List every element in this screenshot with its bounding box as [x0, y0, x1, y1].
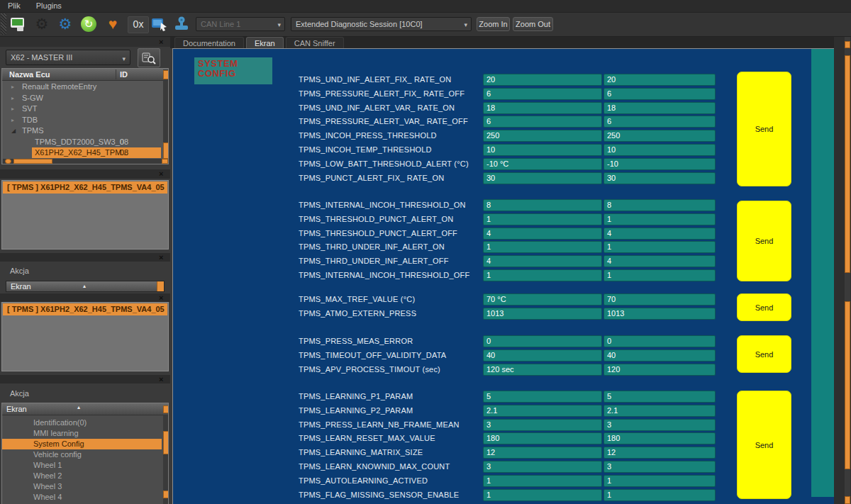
param-raw-input[interactable]: 4: [604, 228, 716, 240]
param-raw-input[interactable]: 1: [604, 241, 716, 253]
param-value-input[interactable]: 5: [483, 391, 602, 403]
scroll-thumb[interactable]: [13, 159, 52, 164]
scroll-up-button[interactable]: [845, 41, 850, 48]
refresh-icon[interactable]: ↻: [79, 15, 98, 33]
tab-can-sniffer[interactable]: CAN Sniffer: [286, 37, 344, 48]
screen-list-item[interactable]: Wheel 4: [2, 492, 162, 503]
toolbar-drag-handle[interactable]: [1, 13, 6, 35]
param-raw-input[interactable]: 12: [604, 447, 716, 459]
close-icon[interactable]: ×: [159, 294, 163, 302]
tree-column-name[interactable]: Nazwa Ecu: [9, 69, 50, 80]
param-value-input[interactable]: 1: [483, 489, 602, 501]
zoom-in-button[interactable]: Zoom In: [477, 17, 510, 31]
param-raw-input[interactable]: 6: [604, 88, 716, 100]
combo-scroll-cap[interactable]: [157, 281, 164, 291]
param-raw-input[interactable]: 10: [604, 144, 716, 156]
scroll-corner[interactable]: [162, 159, 168, 164]
send-button[interactable]: Send: [737, 391, 791, 499]
param-value-input[interactable]: 6: [483, 116, 602, 128]
param-raw-input[interactable]: 1013: [604, 308, 716, 320]
screen-list-item[interactable]: Identification(0): [2, 418, 162, 428]
tree-collapsed-icon[interactable]: ▸: [11, 103, 14, 114]
param-raw-input[interactable]: 1: [604, 213, 716, 225]
can-line-dropdown[interactable]: CAN Line 1▾: [196, 17, 285, 31]
param-raw-input[interactable]: 40: [604, 349, 716, 362]
scroll-thumb[interactable]: [163, 431, 169, 454]
screen-list-item[interactable]: MMI learning: [2, 428, 162, 439]
menu-plik[interactable]: Plik: [0, 0, 28, 12]
param-value-input[interactable]: 2.1: [483, 405, 602, 417]
tree-collapsed-icon[interactable]: ▸: [11, 93, 14, 103]
param-value-input[interactable]: 12: [483, 447, 602, 459]
scroll-left-button[interactable]: [5, 159, 11, 164]
open-ecu-item[interactable]: [ TPMS ] X61PH2_X62_H45_TPMS_VA4_05: [3, 181, 167, 194]
scroll-up-button[interactable]: [163, 405, 169, 413]
param-raw-input[interactable]: 70: [604, 293, 716, 306]
open-ecu-item[interactable]: [ TPMS ] X61PH2_X62_H45_TPMS_VA4_05: [3, 303, 167, 315]
scroll-thumb[interactable]: [845, 55, 850, 273]
settings-gear-icon[interactable]: ⚙: [56, 15, 74, 33]
param-raw-input[interactable]: 250: [604, 130, 716, 142]
param-raw-input[interactable]: 3: [604, 461, 716, 473]
ecu-tree-item[interactable]: ▸S-GW: [2, 93, 161, 103]
param-value-input[interactable]: 20: [483, 74, 602, 86]
dark-gear-icon[interactable]: ⚙: [33, 15, 51, 33]
scroll-down-button[interactable]: [845, 496, 850, 504]
close-icon[interactable]: ×: [159, 254, 163, 262]
param-raw-input[interactable]: 8: [604, 199, 716, 211]
ecu-scan-button[interactable]: [138, 48, 160, 67]
param-value-input[interactable]: 1: [483, 213, 602, 225]
scroll-thumb[interactable]: [845, 301, 850, 469]
session-dropdown[interactable]: Extended Diagnostic Session [10C0]▾: [291, 17, 472, 31]
param-value-input[interactable]: 4: [483, 255, 602, 267]
close-icon[interactable]: ×: [159, 38, 163, 46]
send-button[interactable]: Send: [737, 335, 791, 373]
screen-list-item[interactable]: Vehicle config: [2, 449, 162, 460]
zoom-out-button[interactable]: Zoom Out: [513, 17, 553, 31]
scroll-down-button[interactable]: [163, 491, 169, 498]
param-value-input[interactable]: 40: [483, 349, 602, 362]
param-raw-input[interactable]: 3: [604, 419, 716, 431]
param-value-input[interactable]: 1013: [483, 308, 602, 320]
param-raw-input[interactable]: 6: [604, 116, 716, 128]
param-raw-input[interactable]: 18: [604, 102, 716, 114]
ecu-tree-item[interactable]: ▸SVT: [2, 103, 161, 114]
param-value-input[interactable]: 250: [483, 130, 602, 142]
vehicle-selector-dropdown[interactable]: X62 - MASTER III ▾: [6, 50, 130, 65]
param-value-input[interactable]: 3: [483, 461, 602, 473]
param-value-input[interactable]: 1: [483, 241, 602, 253]
param-value-input[interactable]: 0: [483, 335, 602, 347]
tab-ekran[interactable]: Ekran: [246, 37, 284, 48]
param-value-input[interactable]: 1: [483, 269, 602, 281]
screen-list-item[interactable]: Wheel 1: [2, 460, 162, 471]
screen-list-item[interactable]: Wheel 3: [2, 481, 162, 492]
param-raw-input[interactable]: 0: [604, 335, 716, 347]
param-raw-input[interactable]: 1: [604, 475, 716, 487]
tree-column-id[interactable]: ID: [120, 69, 128, 80]
param-value-input[interactable]: 4: [483, 228, 602, 240]
param-raw-input[interactable]: 4: [604, 255, 716, 267]
param-value-input[interactable]: 120 sec: [483, 364, 602, 376]
param-value-input[interactable]: 180: [483, 432, 602, 444]
param-value-input[interactable]: 3: [483, 419, 602, 431]
ecu-device-icon[interactable]: [9, 15, 27, 33]
param-raw-input[interactable]: 20: [604, 74, 716, 86]
close-icon[interactable]: ×: [159, 376, 163, 383]
param-value-input[interactable]: 1: [483, 475, 602, 487]
param-raw-input[interactable]: 5: [604, 391, 716, 403]
send-button[interactable]: Send: [737, 72, 791, 186]
param-raw-input[interactable]: 2.1: [604, 405, 716, 417]
ecu-tree-item[interactable]: ▸TDB: [2, 115, 161, 125]
param-value-input[interactable]: 8: [483, 199, 602, 211]
param-value-input[interactable]: 6: [483, 88, 602, 100]
send-button[interactable]: Send: [737, 293, 791, 321]
tree-expanded-icon[interactable]: ◢: [11, 125, 16, 136]
tree-collapsed-icon[interactable]: ▸: [11, 82, 14, 92]
param-raw-input[interactable]: -10: [604, 158, 716, 170]
tree-collapsed-icon[interactable]: ▸: [11, 115, 14, 125]
menu-plugins[interactable]: Plugins: [28, 0, 69, 12]
param-value-input[interactable]: -10 °C: [483, 158, 602, 170]
param-raw-input[interactable]: 1: [604, 269, 716, 281]
ecu-health-heart-icon[interactable]: ♥: [104, 15, 122, 33]
tab-documentation[interactable]: Documentation: [174, 37, 244, 48]
